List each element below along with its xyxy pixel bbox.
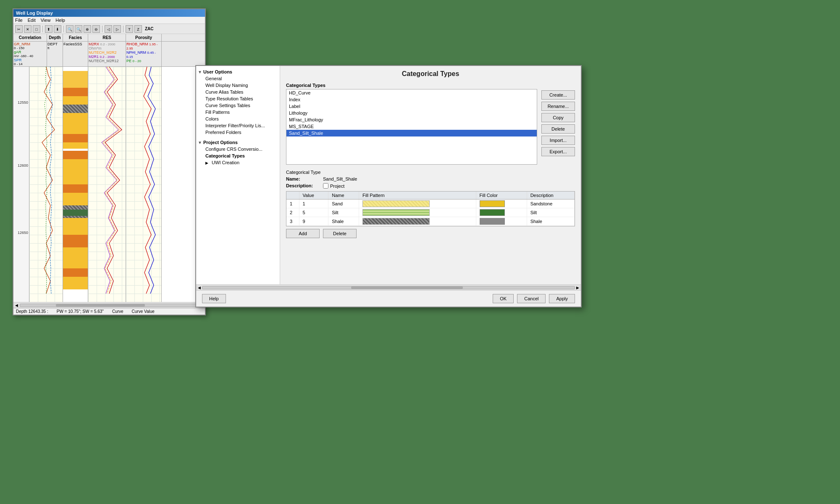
tree-well-display[interactable]: Well Display Naming bbox=[204, 82, 278, 89]
tree-user-options-label: User Options bbox=[203, 69, 232, 74]
cancel-button[interactable]: Cancel bbox=[517, 294, 546, 303]
toolbar-btn-10[interactable]: ◁ bbox=[105, 25, 112, 33]
cell-pattern-2 bbox=[359, 208, 476, 217]
delete-row-button[interactable]: Delete bbox=[323, 229, 357, 238]
cell-name-1: Sand bbox=[328, 200, 359, 208]
facies-curves: FaciesSSS bbox=[63, 42, 88, 66]
tree-interpreter[interactable]: Interpreter Filter/Priority Lis... bbox=[204, 122, 278, 129]
toolbar-btn-1[interactable]: ✂ bbox=[15, 25, 23, 33]
toolbar-btn-6[interactable]: 🔍 bbox=[66, 25, 74, 33]
corr-curves: GR_NRM 0 - 150 gAR mV -160 - 40 SPR 0 - … bbox=[13, 42, 47, 66]
col-row bbox=[286, 192, 299, 200]
toolbar-btn-11[interactable]: ▷ bbox=[113, 25, 121, 33]
tree-project-options[interactable]: ▼ Project Options bbox=[198, 139, 278, 146]
cat-item-sand-silt[interactable]: Sand_Silt_Shale bbox=[286, 130, 537, 136]
menu-help[interactable]: Help bbox=[55, 18, 65, 23]
tree-configure-crs[interactable]: Configure CRS Conversio... bbox=[204, 146, 278, 152]
toolbar-btn-4[interactable]: ⬆ bbox=[45, 25, 52, 33]
curve-name-gar: gAR bbox=[14, 50, 21, 54]
project-checkbox[interactable] bbox=[323, 183, 328, 189]
res-curve-svg bbox=[88, 67, 126, 302]
cell-desc-2: Silt bbox=[527, 208, 574, 217]
cat-name-row: Name: Sand_Silt_Shale bbox=[286, 176, 575, 181]
cell-pattern-1 bbox=[359, 200, 476, 208]
cell-name-3: Shale bbox=[328, 217, 359, 226]
cat-item-ms-stage[interactable]: MS_STAGE bbox=[286, 123, 537, 130]
copy-button[interactable]: Copy bbox=[541, 113, 575, 122]
col-fill-color: Fill Color bbox=[476, 192, 527, 200]
cat-types-section: Categorical Types HD_Curve Index Label L… bbox=[286, 83, 575, 165]
toolbar-btn-13[interactable]: Z bbox=[134, 25, 142, 33]
track-curves-area: GR_NRM 0 - 150 gAR mV -160 - 40 SPR 0 - … bbox=[13, 42, 205, 66]
tree-curve-alias[interactable]: Curve Alias Tables bbox=[204, 89, 278, 95]
expand-user-options[interactable]: ▼ bbox=[198, 70, 202, 74]
cell-pattern-3 bbox=[359, 217, 476, 226]
delete-type-button[interactable]: Delete bbox=[541, 124, 575, 134]
cat-item-index[interactable]: Index bbox=[286, 96, 537, 103]
toolbar-btn-12[interactable]: T bbox=[126, 25, 133, 33]
toolbar-btn-2[interactable]: ✕ bbox=[24, 25, 32, 33]
cat-types-listbox[interactable]: HD_Curve Index Label Lithology MFrac_Lit… bbox=[286, 89, 537, 165]
toolbar-btn-3[interactable]: □ bbox=[33, 25, 40, 33]
options-hscroll[interactable]: ◀ ▶ bbox=[196, 284, 581, 290]
header-depth: Depth bbox=[47, 34, 63, 41]
create-button[interactable]: Create... bbox=[541, 90, 575, 100]
tree-preferred-folders[interactable]: Preferred Folders bbox=[204, 129, 278, 136]
cell-name-2: Silt bbox=[328, 208, 359, 217]
footer-right: OK Cancel Apply bbox=[493, 294, 575, 303]
tree-type-res[interactable]: Type Resolution Tables bbox=[204, 95, 278, 102]
tree-categorical-types[interactable]: Categorical Types bbox=[204, 152, 278, 159]
rename-button[interactable]: Rename... bbox=[541, 102, 575, 111]
menu-edit[interactable]: Edit bbox=[28, 18, 36, 23]
hscroll-right[interactable]: ▶ bbox=[576, 286, 579, 290]
apply-button[interactable]: Apply bbox=[549, 294, 575, 303]
tree-general[interactable]: General bbox=[204, 75, 278, 82]
well-log-titlebar: Well Log Display bbox=[13, 9, 205, 17]
cell-row-3: 3 bbox=[286, 217, 299, 226]
col-fill-pattern: Fill Pattern bbox=[359, 192, 476, 200]
curve-range-gr: 0 - 150 bbox=[14, 46, 24, 50]
tree-user-options[interactable]: ▼ User Options bbox=[198, 68, 278, 75]
cat-item-mfrac[interactable]: MFrac_Lithology bbox=[286, 116, 537, 123]
import-button[interactable]: Import... bbox=[541, 136, 575, 145]
toolbar-btn-5[interactable]: ⬇ bbox=[54, 25, 61, 33]
curve-rhob: RHOB_NRM 1.95 - 2.95 bbox=[126, 42, 161, 50]
project-label: Project bbox=[330, 184, 344, 189]
well-log-menubar: File Edit View Help bbox=[13, 17, 205, 24]
curve-m2r1: M2R1 0.2 - 2000 bbox=[89, 55, 125, 59]
tree-curve-settings[interactable]: Curve Settings Tables bbox=[204, 102, 278, 109]
cell-row-2: 2 bbox=[286, 208, 299, 217]
add-row-button[interactable]: Add bbox=[286, 229, 320, 238]
cat-type-section-label: Categorical Type bbox=[286, 170, 320, 175]
porosity-track bbox=[126, 67, 162, 302]
toolbar-btn-8[interactable]: ⊕ bbox=[84, 25, 91, 33]
curve-m2rx-unit: Ohm*m bbox=[89, 46, 125, 50]
export-button[interactable]: Export... bbox=[541, 147, 575, 156]
menu-file[interactable]: File bbox=[15, 18, 23, 23]
hscroll-track[interactable] bbox=[202, 286, 575, 289]
scroll-left-btn[interactable]: ◀ bbox=[15, 303, 18, 307]
tree-project-children: Configure CRS Conversio... Categorical T… bbox=[198, 146, 278, 166]
menu-view[interactable]: View bbox=[41, 18, 51, 23]
hscroll-left[interactable]: ◀ bbox=[198, 286, 201, 290]
ok-button[interactable]: OK bbox=[493, 294, 514, 303]
cat-name-label: Name: bbox=[286, 176, 320, 181]
cat-item-lithology[interactable]: Lithology bbox=[286, 110, 537, 116]
help-button[interactable]: Help bbox=[202, 294, 226, 303]
tree-fill-patterns[interactable]: Fill Patterns bbox=[204, 109, 278, 116]
cell-row-1: 1 bbox=[286, 200, 299, 208]
toolbar-btn-9[interactable]: ⊖ bbox=[92, 25, 100, 33]
cell-color-3 bbox=[476, 217, 527, 226]
cat-desc-label: Description: bbox=[286, 183, 320, 188]
cat-item-label[interactable]: Label bbox=[286, 103, 537, 110]
cat-detail-section: Categorical Type Name: Sand_Silt_Shale D… bbox=[286, 170, 575, 238]
hscroll-thumb[interactable] bbox=[351, 286, 463, 289]
tree-uwi-creation[interactable]: ▶ UWI Creation bbox=[204, 159, 278, 166]
well-log-hscroll[interactable]: ◀ ▶ bbox=[13, 302, 205, 308]
table-row-1: 1 1 Sand Sandstone bbox=[286, 200, 575, 208]
toolbar-zac-label: ZAC bbox=[145, 26, 154, 31]
tree-colors[interactable]: Colors bbox=[204, 116, 278, 122]
expand-project-options[interactable]: ▼ bbox=[198, 140, 202, 145]
cat-item-hd[interactable]: HD_Curve bbox=[286, 89, 537, 96]
toolbar-btn-7[interactable]: 🔍 bbox=[75, 25, 82, 33]
